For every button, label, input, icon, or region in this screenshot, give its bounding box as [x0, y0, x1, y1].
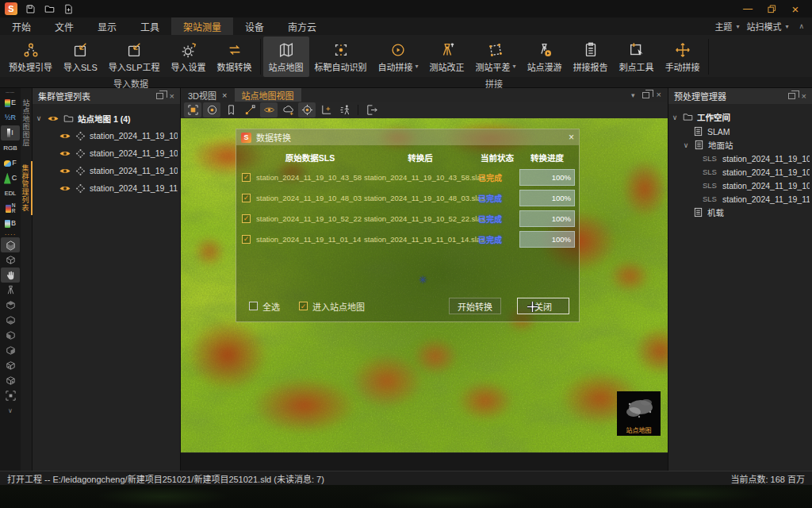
edl-render-button[interactable]: EDL: [1, 186, 20, 201]
close-view-icon[interactable]: ×: [657, 90, 661, 99]
tree-node-slam[interactable]: SLAM: [671, 125, 810, 138]
ribbon-button-preprocess-guide[interactable]: 预处理引导: [3, 37, 58, 77]
tree-node-sls-file[interactable]: SLS station_2024_11_19_11_01_...: [671, 192, 810, 206]
tree-node-sls-file[interactable]: SLS station_2024_11_19_10_52_...: [671, 179, 810, 192]
visibility-eye-icon[interactable]: [59, 184, 71, 193]
half-resolution-button[interactable]: ½R: [1, 110, 20, 125]
elevation-render-button[interactable]: E: [1, 95, 20, 110]
expand-icon[interactable]: ∨: [35, 114, 43, 122]
box-select-tool[interactable]: [1, 237, 20, 252]
convert-row[interactable]: ✓ station_2024_11_19_10_52_22 station_20…: [236, 208, 579, 229]
normal-render-button[interactable]: N R: [1, 201, 20, 216]
ribbon-button-site-map[interactable]: 站点地图: [263, 37, 309, 77]
tree-node-sls-file[interactable]: SLS station_2024_11_19_10_48_...: [671, 165, 810, 179]
dialog-close-icon[interactable]: ×: [569, 132, 574, 143]
minimize-button[interactable]: —: [742, 3, 753, 14]
ribbon-button-point-pick[interactable]: 刺点工具: [614, 37, 660, 77]
checkbox-icon[interactable]: [249, 302, 258, 310]
close-panel-icon[interactable]: ×: [170, 92, 174, 101]
tree-node-station[interactable]: station_2024_11_19_10_4...: [35, 127, 178, 144]
collapse-ribbon-button[interactable]: ∧: [799, 22, 804, 30]
expand-icon[interactable]: ∨: [671, 114, 679, 121]
eye-view-button[interactable]: [260, 102, 278, 117]
menu-item-tools[interactable]: 工具: [128, 17, 171, 35]
minimap-thumbnail[interactable]: 站点地图: [617, 391, 661, 436]
start-convert-button[interactable]: 开始转换: [449, 298, 501, 314]
view-bottom-button[interactable]: [1, 313, 20, 328]
float-view-icon[interactable]: [642, 92, 649, 98]
menu-item-file[interactable]: 文件: [43, 17, 86, 35]
checkbox-icon[interactable]: ✓: [299, 302, 308, 310]
ribbon-button-import-settings[interactable]: 导入设置: [166, 37, 212, 77]
row-checkbox[interactable]: ✓: [242, 214, 251, 223]
open-folder-icon[interactable]: [43, 2, 56, 15]
menu-item-start[interactable]: 开始: [0, 17, 43, 35]
float-panel-icon[interactable]: [788, 93, 795, 99]
visibility-eye-icon[interactable]: [59, 167, 71, 175]
tree-node-station[interactable]: station_2024_11_19_11_0...: [35, 179, 178, 197]
blend-render-button[interactable]: B: [1, 216, 20, 231]
fit-view-button[interactable]: [1, 388, 20, 403]
row-checkbox[interactable]: ✓: [242, 194, 251, 202]
ribbon-button-import-sls[interactable]: 导入SLS: [58, 37, 103, 77]
intensity-render-button[interactable]: I: [1, 125, 20, 140]
expand-icon[interactable]: ∨: [682, 141, 690, 149]
row-checkbox[interactable]: ✓: [242, 235, 251, 244]
tab-3d-view[interactable]: 3D视图 ×: [181, 88, 235, 102]
select-region-button[interactable]: [184, 102, 201, 117]
pan-tool[interactable]: [1, 267, 20, 283]
restore-button[interactable]: [766, 3, 777, 14]
menu-item-south-cloud[interactable]: 南方云: [276, 17, 328, 35]
visibility-eye-icon[interactable]: [59, 149, 71, 158]
ribbon-button-station-correct[interactable]: 测站改正: [424, 37, 470, 77]
ribbon-button-auto-stitch[interactable]: 自动拼接▾: [373, 37, 424, 77]
menu-item-display[interactable]: 显示: [86, 17, 128, 35]
tab-cluster-manage-list[interactable]: 集群管理列表: [21, 161, 33, 215]
station-view-tool[interactable]: [1, 283, 20, 298]
rgb-render-button[interactable]: RGB: [1, 140, 20, 156]
convert-row[interactable]: ✓ station_2024_11_19_10_43_58 station_20…: [236, 167, 579, 187]
bookmark-button[interactable]: [222, 102, 239, 117]
enter-site-map-checkbox[interactable]: ✓ 进入站点地图: [296, 300, 365, 313]
menu-item-station-survey[interactable]: 架站测量: [171, 17, 233, 35]
tree-node-sls-file[interactable]: SLS station_2024_11_19_10_43_...: [671, 152, 810, 165]
close-tab-icon[interactable]: ×: [222, 90, 227, 100]
dialog-titlebar[interactable]: S 数据转换 ×: [236, 129, 579, 145]
axis-add-button[interactable]: [317, 102, 335, 117]
visibility-eye-icon[interactable]: [47, 114, 59, 123]
ribbon-button-stitch-report[interactable]: 拼接报告: [568, 37, 614, 77]
walk-mode-button[interactable]: [336, 102, 354, 117]
tab-site-map-view[interactable]: 站点地图视图: [235, 88, 301, 102]
site-map-canvas[interactable]: ✳ 站点地图 S 数据转换 ×: [181, 118, 668, 471]
select-all-checkbox[interactable]: 全选: [246, 300, 280, 313]
ribbon-button-data-convert[interactable]: 数据转换: [212, 37, 258, 77]
scan-mode-menu[interactable]: 站扫模式: [746, 20, 781, 33]
view-left-button[interactable]: [1, 328, 20, 343]
float-panel-icon[interactable]: [156, 93, 163, 99]
ribbon-button-site-roam[interactable]: 站点漫游: [522, 37, 568, 77]
convert-row[interactable]: ✓ station_2024_11_19_11_01_14 station_20…: [236, 229, 579, 249]
cube-rotate-tool[interactable]: [1, 252, 20, 267]
convert-row[interactable]: ✓ station_2024_11_19_10_48_03 station_20…: [236, 187, 579, 208]
strip-more-button[interactable]: ∨: [1, 403, 20, 418]
exit-view-button[interactable]: [362, 102, 380, 117]
tree-node-site-map-group[interactable]: ∨ 站点地图 1 (4): [35, 110, 178, 127]
tree-node-ground-station[interactable]: ∨ 地面站: [671, 138, 810, 152]
tree-node-workspace[interactable]: ∨ 工作空间: [671, 110, 810, 125]
theme-menu[interactable]: 主题: [714, 20, 732, 33]
measure-line-button[interactable]: [241, 102, 259, 117]
view-back-button[interactable]: [1, 373, 20, 388]
ribbon-button-import-slp[interactable]: 导入SLP工程: [103, 37, 166, 77]
row-checkbox[interactable]: ✓: [242, 173, 251, 182]
fusion-render-button[interactable]: F: [1, 156, 20, 171]
chevron-down-icon[interactable]: ▾: [631, 91, 635, 99]
ribbon-button-station-adjust[interactable]: 测站平差▾: [470, 37, 522, 77]
circle-select-button[interactable]: [203, 102, 220, 117]
close-panel-icon[interactable]: ×: [802, 92, 806, 101]
tree-node-station[interactable]: station_2024_11_19_10_5...: [35, 162, 178, 179]
close-button[interactable]: ×: [790, 3, 801, 14]
classification-render-button[interactable]: C: [1, 171, 20, 186]
drag-handle-icon[interactable]: ┄┄: [6, 89, 15, 95]
view-right-button[interactable]: [1, 343, 20, 358]
new-file-icon[interactable]: [62, 2, 75, 15]
